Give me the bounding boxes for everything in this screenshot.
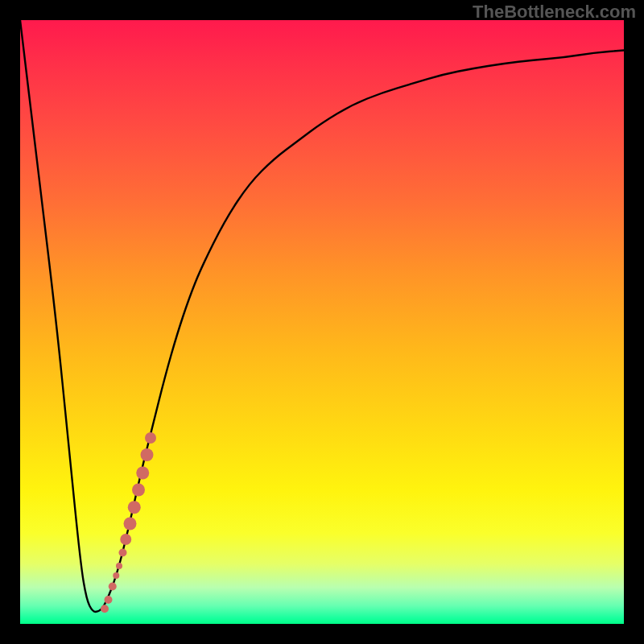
marker-dot bbox=[145, 432, 156, 444]
marker-dot bbox=[128, 501, 141, 514]
marker-dot bbox=[119, 549, 127, 557]
plot-area bbox=[20, 20, 624, 624]
chart-container: TheBottleneck.com bbox=[0, 0, 644, 644]
watermark-text: TheBottleneck.com bbox=[473, 2, 636, 23]
marker-dot bbox=[116, 563, 122, 569]
marker-dot bbox=[105, 596, 113, 604]
curve-layer bbox=[20, 20, 624, 624]
marker-dot bbox=[132, 484, 145, 497]
marker-dot bbox=[124, 518, 137, 530]
marker-dot bbox=[109, 583, 117, 591]
marker-group bbox=[101, 432, 156, 613]
marker-dot bbox=[141, 448, 154, 461]
marker-dot bbox=[113, 572, 119, 579]
marker-dot bbox=[101, 605, 109, 613]
marker-dot bbox=[120, 534, 131, 545]
marker-dot bbox=[136, 467, 149, 480]
bottleneck-curve bbox=[20, 20, 624, 612]
